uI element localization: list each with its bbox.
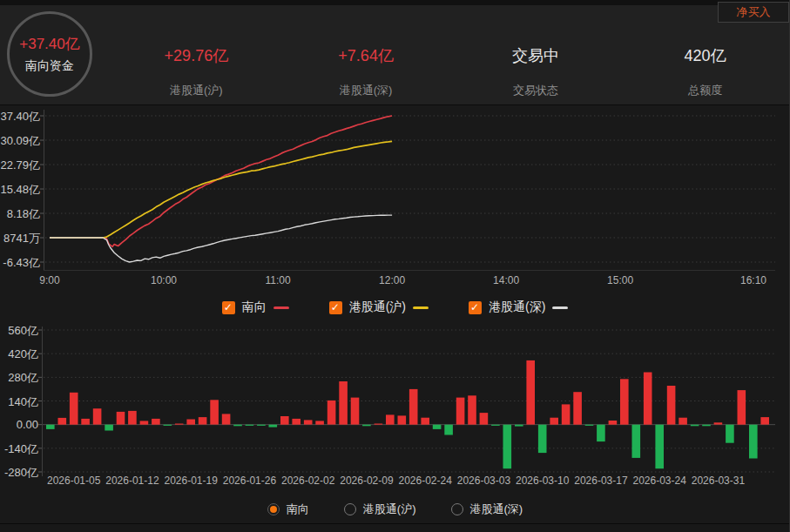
x-tick-label: 16:10 (740, 274, 766, 286)
bar (105, 425, 113, 431)
y-tick-label: 280亿 (0, 370, 38, 386)
x-tick-label: 2026-03-17 (574, 475, 627, 487)
radio-label: 南向 (287, 502, 309, 517)
bar (749, 425, 758, 459)
bottom-strip (0, 523, 790, 532)
bar (246, 425, 254, 426)
legend-color-dash (413, 306, 429, 309)
bar (491, 425, 500, 426)
bar (398, 415, 407, 424)
bar (480, 413, 489, 425)
bar (269, 425, 278, 428)
x-tick-label: 15:00 (607, 274, 633, 286)
y-tick-label: -140亿 (0, 441, 38, 457)
x-tick-label: 2026-03-10 (516, 475, 569, 487)
bar (70, 393, 78, 425)
bar (550, 418, 558, 425)
bar (375, 424, 383, 425)
x-tick-label: 11:00 (265, 274, 290, 286)
bar (585, 425, 594, 426)
bar (362, 425, 371, 427)
bar (58, 418, 67, 425)
bar (714, 422, 723, 424)
bar (351, 398, 360, 425)
bar (175, 424, 184, 425)
legend-color-dash (552, 306, 568, 309)
series-line-1 (50, 141, 392, 238)
bar (468, 395, 476, 424)
bar (526, 360, 535, 425)
legend-item-hk-sz[interactable]: 港股通(深) (469, 300, 568, 315)
badge-label: 南向资金 (25, 58, 74, 74)
bar (210, 400, 219, 424)
bar (667, 386, 676, 425)
bar (199, 417, 207, 425)
bar (46, 425, 55, 429)
y-tick-label: 560亿 (0, 323, 38, 339)
bar (421, 418, 429, 425)
legend-color-dash (273, 306, 289, 309)
bar (620, 379, 629, 424)
x-tick-label: 2026-03-24 (632, 475, 685, 487)
bar (644, 373, 652, 425)
legend-item-hk-sh[interactable]: 港股通(沪) (329, 300, 429, 315)
bar (726, 425, 734, 443)
bar (93, 408, 102, 424)
bar (655, 425, 664, 469)
checkbox-checked-icon[interactable] (329, 301, 342, 314)
bar (140, 421, 149, 424)
bar (222, 414, 231, 424)
bar (515, 425, 523, 427)
radio-icon[interactable] (267, 503, 280, 515)
bar (562, 404, 571, 424)
bar (164, 425, 172, 426)
bar (573, 392, 582, 425)
bar (632, 425, 641, 458)
x-tick-label: 14:00 (493, 274, 519, 286)
x-tick-label: 12:00 (379, 274, 405, 286)
legend-item-south[interactable]: 南向 (222, 300, 289, 315)
legend-label: 港股通(沪) (349, 300, 406, 315)
southbound-badge: +37.40亿 南向资金 (7, 11, 92, 97)
bar (152, 419, 160, 425)
bar (304, 420, 313, 424)
net-buy-tab[interactable]: 净买入 (718, 2, 789, 23)
bar (186, 420, 195, 425)
y-tick-label: 22.79亿 (0, 158, 40, 173)
radio-hk-sh[interactable]: 港股通(沪) (344, 502, 416, 517)
radio-south[interactable]: 南向 (267, 502, 309, 517)
series-line-0 (50, 116, 392, 246)
legend-label: 港股通(深) (489, 300, 545, 315)
y-tick-label: 15.48亿 (0, 182, 40, 198)
line-chart-legend: 南向 港股通(沪) 港股通(深) (0, 297, 790, 318)
x-tick-label: 2026-01-05 (47, 475, 100, 487)
y-tick-label: -6.43亿 (0, 255, 40, 271)
bar (609, 421, 618, 425)
checkbox-checked-icon[interactable] (222, 301, 235, 314)
bar (233, 425, 242, 427)
bar (409, 389, 418, 425)
bar (503, 425, 512, 469)
radio-label: 港股通(深) (470, 502, 523, 517)
radio-icon[interactable] (344, 503, 356, 515)
x-tick-label: 2026-03-03 (457, 475, 510, 487)
x-tick-label: 2026-03-31 (692, 475, 745, 487)
x-tick-label: 10:00 (151, 274, 177, 286)
radio-icon[interactable] (451, 503, 463, 515)
bar (597, 425, 605, 441)
radio-hk-sz[interactable]: 港股通(深) (451, 502, 523, 517)
x-tick-label: 2026-02-24 (398, 475, 451, 487)
y-tick-label: 8.18亿 (0, 206, 40, 222)
x-tick-label: 2026-01-26 (223, 475, 276, 487)
bar (433, 425, 442, 429)
bar (702, 425, 711, 427)
bar (315, 421, 324, 424)
y-tick-label: 8741万 (0, 231, 40, 246)
bar (386, 414, 395, 424)
radio-label: 港股通(沪) (363, 502, 416, 517)
checkbox-checked-icon[interactable] (469, 301, 482, 314)
charts-canvas (0, 0, 790, 532)
series-line-2 (50, 215, 392, 262)
legend-label: 南向 (242, 300, 267, 315)
bar (292, 419, 300, 425)
